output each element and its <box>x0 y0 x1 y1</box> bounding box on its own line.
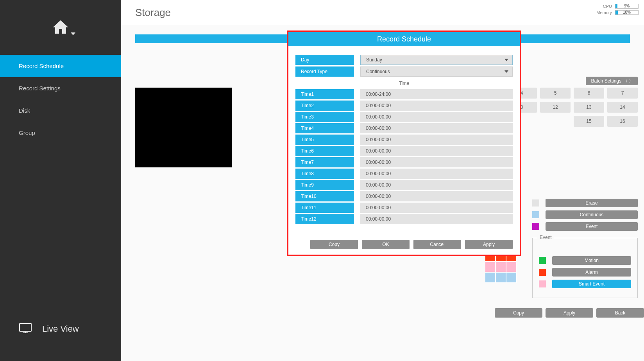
time-label: Time6 <box>295 146 354 156</box>
time-label: Time5 <box>295 135 354 145</box>
main: Storage CPU 9% Memory 10% Batch Settings… <box>121 0 644 361</box>
time-input[interactable]: 00:00-00:00 <box>360 123 513 133</box>
swatch-continuous <box>532 211 539 218</box>
modal-cancel-button[interactable]: Cancel <box>413 240 461 249</box>
camera-cell-12[interactable]: 12 <box>540 102 571 113</box>
motion-button[interactable]: Motion <box>552 256 631 265</box>
batch-settings-label: Batch Settings <box>591 78 621 84</box>
time-row-9: Time900:00-00:00 <box>295 180 513 190</box>
chevron-right-icon: 〉〉 <box>625 78 632 84</box>
modal-apply-button[interactable]: Apply <box>465 240 513 249</box>
time-input[interactable]: 00:00-00:00 <box>360 214 513 224</box>
time-row-6: Time600:00-00:00 <box>295 146 513 156</box>
modal-title: Record Schedule <box>288 32 520 46</box>
camera-preview <box>135 88 232 167</box>
time-input[interactable]: 00:00-00:00 <box>360 157 513 167</box>
time-input[interactable]: 00:00-00:00 <box>360 203 513 213</box>
sidebar-item-disk[interactable]: Disk <box>0 99 121 122</box>
svg-rect-0 <box>20 323 31 331</box>
event-button[interactable]: Event <box>546 222 638 231</box>
record-type-select[interactable]: Continuous <box>360 66 513 77</box>
modal-body: Day Sunday Record Type Continuous Time T… <box>288 46 520 255</box>
legend-row-alarm: Alarm <box>539 268 631 277</box>
camera-cell-13[interactable]: 13 <box>574 102 604 113</box>
schedule-cell[interactable] <box>506 272 517 283</box>
time-label: Time4 <box>295 123 354 133</box>
chevron-down-icon <box>504 59 508 61</box>
time-input[interactable]: 00:00-24:00 <box>360 89 513 99</box>
day-row: Day Sunday <box>295 55 513 65</box>
swatch-alarm <box>539 269 546 276</box>
day-label: Day <box>295 55 354 65</box>
time-row-10: Time1000:00-00:00 <box>295 191 513 201</box>
home-icon[interactable] <box>51 18 70 37</box>
continuous-button[interactable]: Continuous <box>546 210 638 219</box>
camera-cell-15[interactable]: 15 <box>574 116 604 127</box>
sidebar-item-label: Record Settings <box>19 85 61 92</box>
memory-bar: 10% <box>615 10 639 15</box>
camera-cell-6[interactable]: 6 <box>574 88 604 99</box>
legend-row-smart-event: Smart Event <box>539 280 631 288</box>
sidebar-item-record-schedule[interactable]: Record Schedule <box>0 55 121 77</box>
swatch-smart-event <box>539 280 546 287</box>
sidebar-item-record-settings[interactable]: Record Settings <box>0 77 121 99</box>
schedule-cell[interactable] <box>485 262 496 272</box>
camera-cell-14[interactable]: 14 <box>607 102 638 113</box>
sidebar-bottom[interactable]: Live View <box>0 296 121 361</box>
time-grid: Time100:00-24:00Time200:00-00:00Time300:… <box>295 89 513 224</box>
apply-button[interactable]: Apply <box>546 308 593 318</box>
modal-ok-button[interactable]: OK <box>362 240 410 249</box>
time-row-11: Time1100:00-00:00 <box>295 203 513 213</box>
time-input[interactable]: 00:00-00:00 <box>360 146 513 156</box>
legend: Erase Continuous Event Event Motion <box>532 199 638 298</box>
sidebar-item-label: Record Schedule <box>19 63 64 69</box>
cpu-label: CPU <box>603 4 612 9</box>
swatch-motion <box>539 257 546 264</box>
camera-cell-16[interactable]: 16 <box>607 116 638 127</box>
time-input[interactable]: 00:00-00:00 <box>360 180 513 190</box>
day-value: Sunday <box>366 57 382 63</box>
header: Storage <box>121 0 644 25</box>
event-box-title: Event <box>537 235 554 240</box>
time-input[interactable]: 00:00-00:00 <box>360 169 513 179</box>
smart-event-button[interactable]: Smart Event <box>552 280 631 288</box>
copy-button[interactable]: Copy <box>495 308 542 318</box>
schedule-cell[interactable] <box>485 272 496 283</box>
time-input[interactable]: 00:00-00:00 <box>360 112 513 122</box>
batch-settings-button[interactable]: Batch Settings 〉〉 <box>586 77 638 85</box>
cpu-pct: 9% <box>615 4 638 8</box>
legend-row-erase: Erase <box>532 199 638 207</box>
time-row-3: Time300:00-00:00 <box>295 112 513 122</box>
sidebar-item-label: Disk <box>19 107 30 114</box>
legend-row-motion: Motion <box>539 256 631 265</box>
record-schedule-modal: Record Schedule Day Sunday Record Type C… <box>287 31 521 256</box>
sidebar-item-group[interactable]: Group <box>0 122 121 144</box>
time-input[interactable]: 00:00-00:00 <box>360 191 513 201</box>
time-row-8: Time800:00-00:00 <box>295 169 513 179</box>
erase-button[interactable]: Erase <box>546 199 638 207</box>
schedule-cell[interactable] <box>496 262 506 272</box>
monitor-icon <box>19 323 32 335</box>
time-label: Time1 <box>295 89 354 99</box>
day-select[interactable]: Sunday <box>360 55 513 65</box>
caret-down-icon <box>71 32 75 35</box>
time-input[interactable]: 00:00-00:00 <box>360 101 513 111</box>
camera-cell-5[interactable]: 5 <box>540 88 571 99</box>
modal-copy-button[interactable]: Copy <box>310 240 358 249</box>
cpu-bar: 9% <box>615 4 639 9</box>
time-row-5: Time500:00-00:00 <box>295 135 513 145</box>
schedule-cell[interactable] <box>496 272 506 283</box>
camera-cell-7[interactable]: 7 <box>607 88 638 99</box>
swatch-event <box>532 223 539 230</box>
record-type-row: Record Type Continuous <box>295 66 513 77</box>
legend-row-continuous: Continuous <box>532 210 638 219</box>
swatch-erase <box>532 199 539 207</box>
memory-status: Memory 10% <box>596 10 639 15</box>
sidebar-top <box>0 0 121 55</box>
back-button[interactable]: Back <box>596 308 644 318</box>
chevron-down-icon <box>504 70 508 73</box>
schedule-cell[interactable] <box>506 262 517 272</box>
time-row-2: Time200:00-00:00 <box>295 101 513 111</box>
time-input[interactable]: 00:00-00:00 <box>360 135 513 145</box>
alarm-button[interactable]: Alarm <box>552 268 631 277</box>
